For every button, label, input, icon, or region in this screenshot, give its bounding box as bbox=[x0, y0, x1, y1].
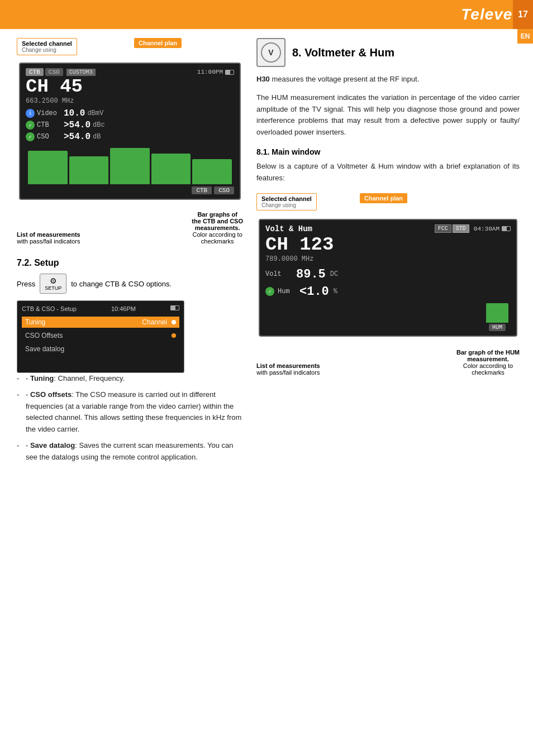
bar-4 bbox=[151, 154, 191, 184]
bar-1 bbox=[28, 151, 68, 184]
section-8-para1: H30 measures the voltage present at the … bbox=[256, 74, 520, 85]
ann-channel-plan-1: Channel plan bbox=[134, 38, 182, 48]
bottom-tabs-1: CTB CSO bbox=[26, 186, 234, 194]
hum-value: <1.0 bbox=[299, 285, 329, 299]
fcc-badge[interactable]: FCC bbox=[435, 224, 451, 233]
bar-3 bbox=[110, 148, 150, 184]
meas-row-cso: ✓ CSO >54.0 dB bbox=[26, 132, 234, 142]
section-8-title: 8. Voltmeter & Hum bbox=[292, 46, 394, 59]
page-header: Televes 17 bbox=[0, 0, 533, 29]
volt-label: Volt bbox=[265, 270, 296, 278]
volt-time: 04:30AM bbox=[474, 226, 499, 232]
cso-offsets-dot bbox=[172, 333, 176, 338]
bar-5 bbox=[192, 159, 232, 184]
gear-icon: ⚙ bbox=[50, 276, 57, 285]
main-content: Selected channel Change using Channel pl… bbox=[0, 29, 533, 481]
bar-group-3 bbox=[110, 148, 150, 184]
diagram1-wrapper: Selected channel Change using Channel pl… bbox=[17, 38, 243, 245]
ctb-value: >54.0 bbox=[64, 120, 91, 130]
tuning-label: Tuning bbox=[25, 318, 142, 326]
ann-bar-graph-hum: Bar graph of the HUM measurement. Color … bbox=[456, 349, 520, 376]
volt-frequency: 789.0000 MHz bbox=[265, 255, 511, 263]
volt-channel: CH 123 bbox=[265, 235, 511, 254]
setup-title: 7.2. Setup bbox=[17, 258, 243, 268]
ctb-unit: dBc bbox=[93, 121, 105, 129]
volt-top-bar: Volt & Hum FCC STD 04:30AM bbox=[265, 224, 511, 233]
voltmeter-screen: Volt & Hum FCC STD 04:30AM CH 123 789.00… bbox=[259, 219, 517, 337]
battery-icon-setup bbox=[170, 305, 179, 310]
subsection-81-title: 8.1. Main window bbox=[256, 147, 520, 156]
setup-row-cso-offsets[interactable]: CSO Offsets bbox=[22, 330, 179, 341]
bar-group-2 bbox=[69, 156, 109, 184]
volt-badges: FCC STD bbox=[435, 224, 469, 233]
ctb-label: CTB bbox=[37, 121, 64, 129]
cso-unit: dB bbox=[93, 133, 101, 141]
tuning-value: Channel bbox=[142, 318, 167, 326]
screen-time-1: 11:00PM bbox=[197, 69, 223, 75]
tab-cso[interactable]: CSO bbox=[45, 68, 63, 76]
bullet-save-datalog: - Save datalog: Saves the current scan m… bbox=[17, 440, 243, 463]
hum-label: Hum bbox=[278, 288, 299, 295]
meas-row-ctb: ✓ CTB >54.0 dBc bbox=[26, 120, 234, 130]
bottom-tab-cso[interactable]: CSO bbox=[214, 186, 234, 194]
screen-ctb-cso: CTB CSO CUSTOM3 11:00PM CH 45 663.2500 M… bbox=[19, 63, 241, 200]
hum-bar-label: HUM bbox=[489, 324, 506, 331]
hum-bar bbox=[486, 303, 508, 323]
page-number: 17 bbox=[513, 0, 533, 29]
setup-row-save-datalog[interactable]: Save datalog bbox=[22, 343, 179, 355]
std-badge[interactable]: STD bbox=[453, 224, 469, 233]
bar-2 bbox=[69, 156, 109, 184]
meas-row-video: i Video 10.0 dBmV bbox=[26, 108, 234, 118]
hum-bar-col: HUM bbox=[486, 303, 508, 331]
video-value: 10.0 bbox=[64, 108, 85, 118]
ctb-check-icon: ✓ bbox=[26, 121, 35, 130]
language-badge: EN bbox=[517, 29, 533, 44]
setup-screen-header: CTB & CSO - Setup 10:46PM bbox=[22, 305, 179, 312]
setup-screen-title: CTB & CSO - Setup bbox=[22, 305, 77, 312]
bottom-tab-ctb[interactable]: CTB bbox=[192, 186, 212, 194]
bullet-tuning: - Tuning: Channel, Frequency. bbox=[17, 373, 243, 385]
section-8-header: V 8. Voltmeter & Hum bbox=[256, 38, 520, 67]
left-panel: Selected channel Change using Channel pl… bbox=[17, 38, 243, 470]
right-panel: V 8. Voltmeter & Hum H30 measures the vo… bbox=[256, 38, 520, 470]
bullet-cso-offsets: - CSO offsets: The CSO measure is carrie… bbox=[17, 389, 243, 436]
tab-ctb[interactable]: CTB bbox=[26, 68, 44, 76]
volt-title: Volt & Hum bbox=[265, 224, 435, 233]
setup-button[interactable]: ⚙ SETUP bbox=[40, 274, 66, 294]
cso-label: CSO bbox=[37, 133, 64, 141]
video-icon: i bbox=[26, 109, 35, 118]
bar-group-4 bbox=[151, 154, 191, 184]
ann-selected-channel-1: Selected channel Change using bbox=[17, 38, 77, 55]
setup-screen: CTB & CSO - Setup 10:46PM Tuning Channel… bbox=[17, 300, 184, 373]
bar-graph-area-1 bbox=[26, 145, 234, 184]
ann-channel-plan-2: Channel plan bbox=[360, 193, 407, 203]
hum-check-icon: ✓ bbox=[265, 287, 274, 296]
subsection-81-desc: Below is a capture of a Voltmeter & Hum … bbox=[256, 161, 520, 184]
volt-value: 89.5 bbox=[296, 267, 326, 281]
volt-meas-hum: ✓ Hum <1.0 % bbox=[265, 285, 511, 299]
v-icon: V bbox=[261, 42, 281, 63]
bullet-list-72: - Tuning: Channel, Frequency. - CSO offs… bbox=[17, 373, 243, 463]
volt-unit: DC bbox=[330, 270, 338, 278]
voltmeter-icon: V bbox=[256, 38, 285, 67]
diagram2-wrapper: Selected channel Change using Channel pl… bbox=[256, 191, 520, 376]
section-8-para2: The HUM measurement indicates the variat… bbox=[256, 92, 520, 138]
volt-meas-volt: Volt 89.5 DC bbox=[265, 267, 511, 281]
ann-bar-graphs-1: Bar graphs of the CTB and CSO measuremen… bbox=[192, 211, 243, 245]
custom-label: CUSTOM3 bbox=[66, 69, 96, 76]
ann-list-meas-2: List of measurements with pass/fail indi… bbox=[256, 362, 320, 376]
press-line: Press ⚙ SETUP to change CTB & CSO option… bbox=[17, 274, 243, 294]
ann-selected-channel-2: Selected channel Change using bbox=[256, 193, 317, 210]
hum-unit: % bbox=[334, 288, 337, 295]
setup-row-tuning[interactable]: Tuning Channel bbox=[22, 317, 179, 328]
video-unit: dBmV bbox=[87, 109, 103, 117]
battery-icon-volt bbox=[502, 226, 511, 231]
channel-display-1: CH 45 bbox=[26, 77, 234, 96]
setup-screen-time: 10:46PM bbox=[111, 305, 136, 312]
hum-bar-area: HUM bbox=[265, 303, 511, 331]
frequency-display-1: 663.2500 MHz bbox=[26, 97, 234, 105]
cso-value: >54.0 bbox=[64, 132, 91, 142]
tuning-dot bbox=[172, 320, 176, 324]
battery-icon-1 bbox=[225, 70, 234, 75]
bar-group-5 bbox=[192, 159, 232, 184]
